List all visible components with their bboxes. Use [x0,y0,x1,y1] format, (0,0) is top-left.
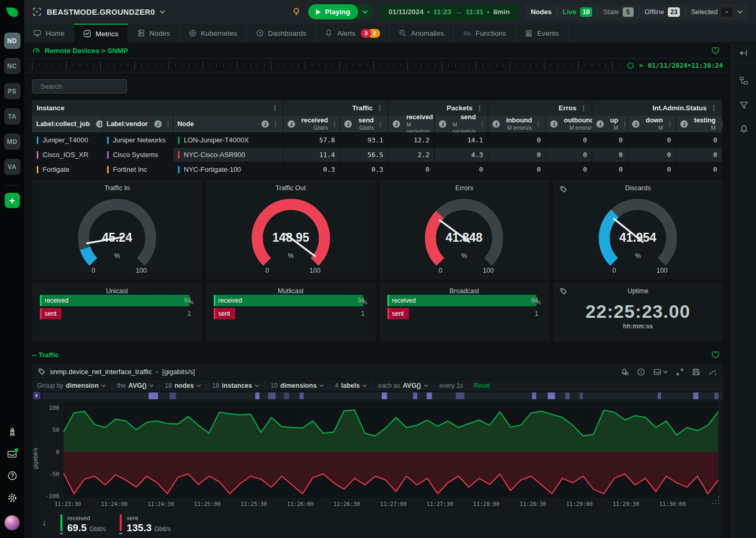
column-header-up[interactable]: iupM⋮ [592,116,628,132]
space-tile-TA[interactable]: TA [4,108,20,125]
section-title[interactable]: -- Traffic [32,351,59,359]
traffic-chart-svg[interactable]: 100500-50-100gigabit/s11:23:3011:24:0011… [32,391,722,512]
info-icon[interactable]: i [550,120,558,128]
fullscreen-icon[interactable] [676,368,684,376]
settings-gear-icon[interactable] [7,493,17,503]
bars-card-unicast[interactable]: Unicast%received94sent1 [32,283,202,341]
group-by-select[interactable]: Group bydimension [32,380,112,391]
tab-kubernetes[interactable]: Kubernetes [180,24,247,43]
info-icon[interactable]: i [492,120,500,128]
info-icon[interactable]: i [596,120,604,128]
favorite-heart-icon[interactable] [711,46,720,55]
column-header-received[interactable]: ireceivedM packets/s⋮ [388,116,435,132]
bars-card-mutlicast[interactable]: Mutlicast%received94sent1 [206,283,376,341]
instances-select[interactable]: 18instances [207,380,265,391]
info-icon[interactable]: i [393,120,400,128]
info-icon[interactable]: i [632,120,639,128]
column-header-send[interactable]: isendGbit/s⋮ [340,116,388,132]
column-header-label-vendor[interactable]: Label:vendori⋮ [102,116,173,132]
column-menu-icon[interactable]: ⋮ [580,105,587,111]
column-header-inbound[interactable]: iinboundM errors/s⋮ [488,116,546,132]
column-menu-icon[interactable]: ⋮ [666,121,673,128]
bar-row-sent[interactable]: sent1 [214,308,368,319]
column-header-label-collect-job[interactable]: Label:collect_jobi⋮ [32,116,102,132]
info-icon[interactable] [637,368,645,376]
column-menu-icon[interactable]: ⋮ [479,121,486,128]
bar-row-sent[interactable]: sent1 [387,308,542,319]
column-header-outbound[interactable]: ioutboundM errors/s⋮ [546,116,592,132]
legend-received[interactable]: received 69.5Gbit/s [60,514,106,534]
user-avatar[interactable] [4,515,20,531]
tab-events[interactable]: Events [516,24,568,43]
column-menu-icon[interactable]: ⋮ [719,121,726,128]
bar-row-received[interactable]: received94 [214,295,368,306]
column-header-send[interactable]: isendM packets/s⋮ [435,116,488,132]
playback-control[interactable]: Playing [308,4,373,19]
help-icon[interactable]: ? [7,471,17,481]
gauge-chart[interactable]: 45.24%0100 [65,193,170,276]
tab-nodes[interactable]: Nodes [128,24,180,43]
tab-alerts[interactable]: Alerts 3 2 [316,24,389,43]
table-row[interactable]: Juniper_T4000Juniper NetworksLON-Juniper… [32,132,722,147]
tab-anomalies[interactable]: Anomalies [390,24,454,43]
tab-metrics[interactable]: Metrics [74,24,128,43]
column-header-testing[interactable]: itestingM⋮ [676,116,722,132]
column-menu-icon[interactable]: ⋮ [271,105,278,111]
chevron-down-icon[interactable] [737,10,743,14]
rocket-icon[interactable] [7,427,17,437]
each-as-select[interactable]: each asAVG() [373,380,434,391]
bar-row-received[interactable]: received94 [40,295,194,306]
inbox-icon-wrap[interactable] [7,449,17,459]
info-icon[interactable]: i [344,120,352,128]
traffic-chart-plot[interactable]: 100500-50-100gigabit/s11:23:3011:24:0011… [32,391,723,512]
column-menu-icon[interactable]: ⋮ [476,105,483,111]
column-header-down[interactable]: idownM⋮ [628,116,676,132]
node-tree-icon[interactable] [739,76,749,86]
column-menu-icon[interactable]: ⋮ [376,105,383,111]
chart-context[interactable]: snmp.device_net_interface_traffic [50,368,152,376]
table-row[interactable]: Cisco_IOS_XRCisco SystemsNYC-Cisco-ASR90… [32,147,722,162]
chevron-down-icon[interactable] [362,10,368,14]
timeline-ruler[interactable] [32,61,622,69]
lightbulb-icon[interactable] [291,7,301,17]
playing-pill[interactable]: Playing [308,4,358,19]
uptime-card[interactable]: Uptime22:25:23.00hh:mm:ss [553,283,723,341]
space-tile-VA[interactable]: VA [4,159,20,175]
column-menu-icon[interactable]: ⋮ [165,121,172,128]
bell-icon[interactable] [739,125,749,134]
info-icon[interactable]: i [261,120,269,128]
bars-card-broadcast[interactable]: Broadcast%received94sent1 [380,283,550,341]
info-icon[interactable]: i [680,120,688,128]
gauge-chart[interactable]: 41.954%0100 [585,193,690,276]
gauge-card-errors[interactable]: Errors41.848%0100 [380,180,550,280]
search-box[interactable] [32,79,127,94]
sort-arrow-icon[interactable]: ↓ [42,518,46,527]
collapse-panel-button[interactable] [731,43,756,63]
critical-alerts-badge[interactable]: 3 [361,29,371,38]
info-icon[interactable]: i [439,120,446,128]
space-tile-PS[interactable]: PS [4,83,20,99]
space-tile-ND[interactable]: ND [4,33,20,49]
aggregation-select[interactable]: theAVG() [112,380,160,391]
info-icon[interactable]: i [154,120,162,128]
column-menu-icon[interactable]: ⋮ [535,121,542,128]
bar-row-sent[interactable]: sent1 [40,308,194,319]
tab-functions[interactable]: f(x) Functions [454,24,516,43]
reset-button[interactable]: Reset [468,380,495,391]
add-space-button[interactable]: + [5,193,20,208]
tab-dashboards[interactable]: Dashboards [247,24,316,43]
legend-sent[interactable]: sent 135.3Gbit/s [119,514,171,534]
column-menu-icon[interactable]: ⋮ [331,121,338,128]
info-icon[interactable]: i [288,120,295,128]
alert-bell-icon[interactable] [621,368,629,376]
timeline-circle-icon[interactable] [627,62,634,69]
labels-select[interactable]: 4labels [330,380,373,391]
chart-type-select[interactable] [653,368,668,376]
space-tile-MD[interactable]: MD [4,133,20,150]
filter-icon[interactable] [739,100,749,110]
breadcrumb[interactable]: Remote Devices > SNMP [32,47,128,55]
column-menu-icon[interactable]: ⋮ [272,121,279,128]
column-menu-icon[interactable]: ⋮ [710,105,717,111]
column-header-node[interactable]: Nodei⋮ [173,116,284,132]
space-selector[interactable]: BEASTMODE.GROUNDZER0 [24,7,165,17]
